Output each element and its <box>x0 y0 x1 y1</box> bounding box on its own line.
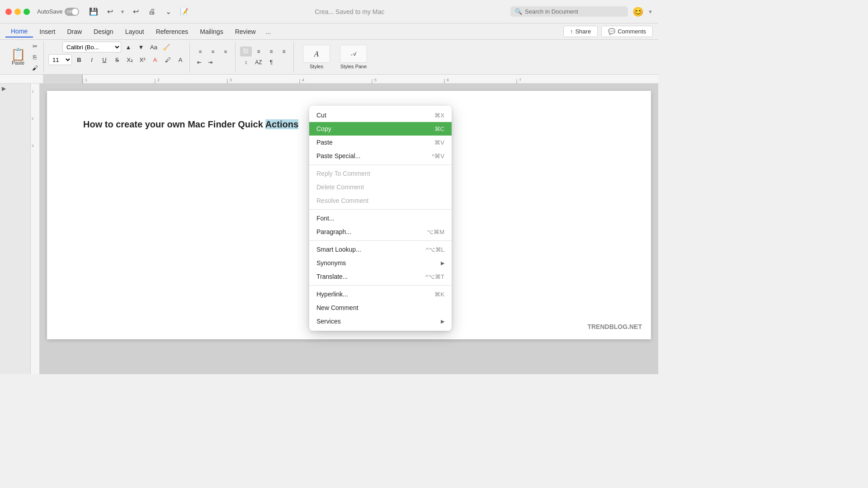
ruler-svg: 1 2 3 4 5 6 7 <box>83 75 615 84</box>
align-left-button[interactable]: ⬜ <box>240 47 252 56</box>
ctx-cut[interactable]: Cut ⌘X <box>309 108 452 122</box>
text-color-button[interactable]: A <box>175 54 186 65</box>
copy-button[interactable]: ⎘ <box>30 52 40 62</box>
decrease-indent-button[interactable]: ⇤ <box>194 57 204 67</box>
clear-format-button[interactable]: 🧹 <box>161 42 172 52</box>
close-button[interactable] <box>5 9 12 15</box>
more-tools-button[interactable]: ⌄ <box>162 5 175 18</box>
svg-text:3: 3 <box>32 144 34 148</box>
ctx-paste-label: Paste <box>316 139 333 146</box>
text-before-highlight: How to create your own Mac Finder Quick <box>83 119 265 129</box>
justify-button[interactable]: ≡ <box>278 47 290 56</box>
format-painter-button[interactable]: 🖌 <box>30 63 40 73</box>
line-spacing-button[interactable]: ↕ <box>240 57 252 67</box>
clipboard-icons: ✂ ⎘ 🖌 <box>30 41 40 73</box>
autosave-state: OFF <box>66 9 75 14</box>
ctx-hyperlink-shortcut: ⌘K <box>434 291 444 298</box>
share-icon: ↑ <box>570 28 573 35</box>
ribbon-more[interactable]: ... <box>262 26 275 37</box>
ruler-left-margin <box>43 75 83 84</box>
tab-review[interactable]: Review <box>230 26 261 37</box>
search-bar[interactable]: 🔍 Search in Document <box>510 6 628 17</box>
ctx-paste[interactable]: Paste ⌘V <box>309 136 452 149</box>
ctx-paragraph[interactable]: Paragraph... ⌥⌘M <box>309 225 452 239</box>
v-ruler-svg: 1 2 3 <box>31 84 40 374</box>
comments-button[interactable]: 💬 Comments <box>601 26 653 37</box>
tab-layout[interactable]: Layout <box>120 26 150 37</box>
redo-button[interactable]: ↩ <box>129 5 142 18</box>
ctx-synonyms-label: Synonyms <box>316 259 346 267</box>
cut-button[interactable]: ✂ <box>30 41 40 51</box>
ctx-translate-label: Translate... <box>316 273 348 280</box>
ribbon: Home Insert Draw Design Layout Reference… <box>0 23 658 75</box>
show-marks-button[interactable]: ¶ <box>265 57 277 67</box>
ctx-synonyms[interactable]: Synonyms ▶ <box>309 256 452 270</box>
autosave-toggle[interactable]: OFF <box>65 8 79 16</box>
share-button[interactable]: ↑ Share <box>563 26 598 37</box>
ctx-translate-shortcut: ^⌥⌘T <box>425 273 444 280</box>
undo-dropdown[interactable]: ▼ <box>120 9 125 14</box>
page-nav-arrow[interactable]: ▶ <box>2 85 6 92</box>
ctx-hyperlink-label: Hyperlink... <box>316 291 348 298</box>
autosave-label: AutoSave <box>37 8 62 15</box>
ctx-hyperlink[interactable]: Hyperlink... ⌘K <box>309 287 452 301</box>
subscript-button[interactable]: X₂ <box>124 54 135 65</box>
undo-button[interactable]: ↩ <box>104 5 116 18</box>
svg-text:3: 3 <box>230 78 232 82</box>
ctx-copy-label: Copy <box>316 125 331 132</box>
ctx-new-comment[interactable]: New Comment <box>309 301 452 314</box>
tab-home[interactable]: Home <box>5 26 33 38</box>
ctx-resolve-comment-label: Resolve Comment <box>316 197 368 204</box>
ctx-font[interactable]: Font... <box>309 211 452 225</box>
title-bar: AutoSave OFF 💾 ↩ ▼ ↩ 🖨 ⌄ 📝 Crea... Saved… <box>0 0 658 23</box>
ribbon-share-comments: ↑ Share 💬 Comments <box>563 26 653 37</box>
ctx-copy[interactable]: Copy ⌘C <box>309 122 452 136</box>
font-size-select[interactable]: 11 <box>48 54 72 65</box>
paste-button[interactable]: 📋 Paste <box>7 47 29 67</box>
font-name-select[interactable]: Calibri (Bo... <box>62 42 121 52</box>
underline-button[interactable]: U <box>99 54 110 65</box>
tab-mailings[interactable]: Mailings <box>194 26 228 37</box>
bold-button[interactable]: B <box>74 54 85 65</box>
font-size-up-icon[interactable]: ▲ <box>123 42 134 52</box>
ruler: 1 2 3 4 5 6 7 <box>0 75 658 84</box>
font-size-row: 11 B I U S̶ X₂ X² A 🖊 A <box>48 54 186 65</box>
print-button[interactable]: 🖨 <box>146 5 158 18</box>
styles-button[interactable]: 𝐴 Styles <box>298 43 335 71</box>
strikethrough-button[interactable]: S̶ <box>112 54 123 65</box>
ctx-translate[interactable]: Translate... ^⌥⌘T <box>309 270 452 283</box>
highlight-button[interactable]: 🖊 <box>162 54 173 65</box>
ctx-sep-3 <box>309 240 452 241</box>
italic-button[interactable]: I <box>86 54 97 65</box>
numbered-list-button[interactable]: ≡ <box>207 47 219 56</box>
minimize-button[interactable] <box>14 9 21 15</box>
ctx-smart-lookup-shortcut: ^⌥⌘L <box>426 246 444 253</box>
ctx-resolve-comment: Resolve Comment <box>309 194 452 207</box>
tab-references[interactable]: References <box>151 26 194 37</box>
tab-insert[interactable]: Insert <box>34 26 61 37</box>
autosave-control[interactable]: AutoSave OFF <box>37 8 79 16</box>
ctx-paste-special[interactable]: Paste Special... ^⌘V <box>309 149 452 163</box>
ctx-smart-lookup[interactable]: Smart Lookup... ^⌥⌘L <box>309 243 452 256</box>
ctx-paragraph-shortcut: ⌥⌘M <box>427 229 444 235</box>
change-case-button[interactable]: Aa <box>148 42 159 52</box>
bullet-list-button[interactable]: ≡ <box>194 47 206 56</box>
superscript-button[interactable]: X² <box>137 54 148 65</box>
tab-design[interactable]: Design <box>88 26 119 37</box>
multilevel-list-button[interactable]: ≡ <box>220 47 231 56</box>
user-dropdown[interactable]: ▼ <box>648 9 653 14</box>
user-icon[interactable]: 😊 <box>632 5 644 18</box>
maximize-button[interactable] <box>24 9 30 15</box>
align-center-button[interactable]: ≡ <box>253 47 264 56</box>
save-button[interactable]: 💾 <box>87 5 100 18</box>
increase-indent-button[interactable]: ⇥ <box>205 57 215 67</box>
sort-button[interactable]: AZ <box>253 57 264 67</box>
ctx-services[interactable]: Services ▶ <box>309 314 452 328</box>
tab-draw[interactable]: Draw <box>61 26 87 37</box>
styles-pane-button[interactable]: 𝒜 Styles Pane <box>335 43 372 71</box>
align-right-button[interactable]: ≡ <box>265 47 277 56</box>
font-color-button[interactable]: A <box>150 54 160 65</box>
font-size-down-icon[interactable]: ▼ <box>136 42 146 52</box>
ctx-reply-comment: Reply To Comment <box>309 167 452 180</box>
ctx-services-label: Services <box>316 318 341 325</box>
